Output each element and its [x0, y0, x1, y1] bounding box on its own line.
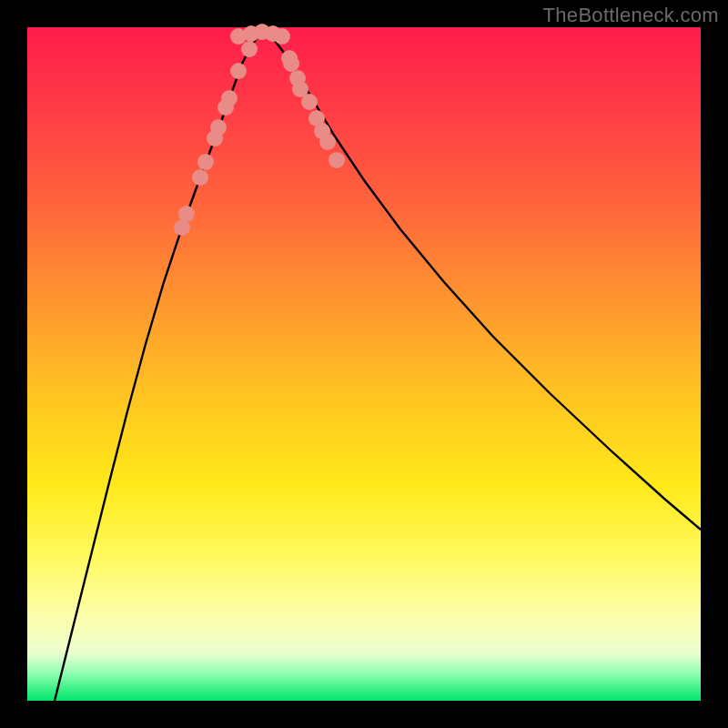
watermark-text: TheBottleneck.com — [543, 4, 719, 27]
marker-dot — [221, 90, 238, 106]
marker-dot — [230, 63, 247, 79]
marker-group — [174, 24, 345, 236]
marker-dot — [178, 206, 195, 222]
marker-dot — [197, 154, 214, 170]
marker-dot — [281, 50, 298, 66]
marker-dot — [192, 169, 208, 186]
curves-svg — [27, 27, 701, 701]
plot-area — [27, 27, 701, 701]
marker-dot — [292, 81, 308, 97]
marker-dot — [274, 28, 290, 45]
right-curve-path — [264, 30, 701, 530]
marker-dot — [314, 123, 330, 139]
marker-dot — [210, 119, 227, 136]
marker-dot — [241, 41, 258, 57]
marker-dot — [329, 152, 345, 168]
left-curve-path — [55, 30, 264, 701]
chart-frame: TheBottleneck.com — [0, 0, 728, 728]
